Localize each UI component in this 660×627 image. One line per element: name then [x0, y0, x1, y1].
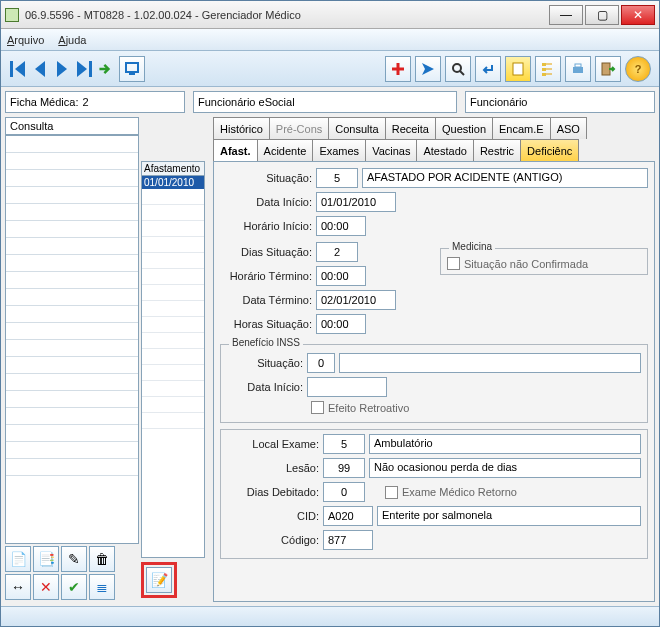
tree-button[interactable] — [535, 56, 561, 82]
local-text: Ambulatório — [369, 434, 641, 454]
svg-marker-3 — [57, 61, 67, 77]
note-button[interactable] — [505, 56, 531, 82]
confirm-button[interactable]: ✔ — [61, 574, 87, 600]
dias-deb-field[interactable] — [323, 482, 365, 502]
codigo-label: Código: — [227, 534, 323, 546]
nav-first-button[interactable] — [7, 55, 29, 83]
edit-button[interactable]: ✎ — [61, 546, 87, 572]
data-inicio-field[interactable] — [316, 192, 396, 212]
hora-term-label: Horário Término: — [220, 270, 316, 282]
consulta-grid[interactable] — [5, 135, 139, 544]
window-title: 06.9.5596 - MT0828 - 1.02.00.024 - Geren… — [25, 9, 549, 21]
highlight-box: 📝 — [141, 562, 177, 598]
exame-ret-check[interactable]: Exame Médico Retorno — [385, 486, 641, 499]
svg-marker-4 — [77, 61, 87, 77]
tab-atestado[interactable]: Atestado — [416, 139, 473, 161]
svg-rect-6 — [126, 63, 138, 72]
list-button[interactable]: ≣ — [89, 574, 115, 600]
search-button[interactable] — [445, 56, 471, 82]
tab-vacinas[interactable]: Vacinas — [365, 139, 417, 161]
situacao-text: AFASTADO POR ACIDENTE (ANTIGO) — [362, 168, 648, 188]
return-button[interactable] — [475, 56, 501, 82]
cid-code[interactable] — [323, 506, 373, 526]
app-icon — [5, 8, 19, 22]
medicina-legend: Medicina — [449, 241, 495, 252]
help-button[interactable]: ? — [625, 56, 651, 82]
tab-question[interactable]: Question — [435, 117, 493, 139]
medicina-check[interactable]: Situação não Confirmada — [447, 257, 641, 270]
nav-prev-button[interactable] — [29, 55, 51, 83]
tab-consulta[interactable]: Consulta — [328, 117, 385, 139]
tab-receita[interactable]: Receita — [385, 117, 436, 139]
hora-inicio-field[interactable] — [316, 216, 366, 236]
inss-data-field[interactable] — [307, 377, 387, 397]
svg-point-9 — [453, 64, 461, 72]
inss-legend: Benefício INSS — [229, 337, 303, 348]
svg-line-10 — [460, 71, 464, 75]
cancel-button[interactable]: ✕ — [33, 574, 59, 600]
afast-col-header: Afastamento — [142, 162, 204, 176]
svg-rect-14 — [542, 73, 546, 76]
tab-afast[interactable]: Afast. — [213, 139, 258, 161]
link-button[interactable]: ↔ — [5, 574, 31, 600]
new-doc-button[interactable]: 📄 — [5, 546, 31, 572]
situacao-label: Situação: — [220, 172, 316, 184]
efeito-check[interactable]: Efeito Retroativo — [311, 401, 409, 414]
codigo-field[interactable] — [323, 530, 373, 550]
delete-button[interactable]: 🗑 — [89, 546, 115, 572]
nav-go-button[interactable] — [95, 55, 117, 83]
lesao-code[interactable] — [323, 458, 365, 478]
hora-inicio-label: Horário Início: — [220, 220, 316, 232]
tab-aso[interactable]: ASO — [550, 117, 587, 139]
data-term-label: Data Término: — [220, 294, 316, 306]
tab-precons[interactable]: Pré-Cons — [269, 117, 329, 139]
afastamento-grid[interactable]: Afastamento 01/01/2010 — [141, 161, 205, 558]
send-button[interactable] — [415, 56, 441, 82]
svg-rect-12 — [542, 63, 546, 66]
copy-button[interactable]: 📑 — [33, 546, 59, 572]
tab-exames[interactable]: Exames — [312, 139, 366, 161]
tab-acidente[interactable]: Acidente — [257, 139, 314, 161]
nav-last-button[interactable] — [73, 55, 95, 83]
maximize-button[interactable]: ▢ — [585, 5, 619, 25]
svg-rect-11 — [513, 63, 523, 75]
screen-button[interactable] — [119, 56, 145, 82]
dias-sit-field[interactable] — [316, 242, 358, 262]
ficha-value: 2 — [82, 96, 88, 108]
inss-sit-text — [339, 353, 641, 373]
nav-next-button[interactable] — [51, 55, 73, 83]
data-term-field[interactable] — [316, 290, 396, 310]
lesao-text: Não ocasionou perda de dias — [369, 458, 641, 478]
local-code[interactable] — [323, 434, 365, 454]
minimize-button[interactable]: — — [549, 5, 583, 25]
data-inicio-label: Data Início: — [220, 196, 316, 208]
tab-encam[interactable]: Encam.E — [492, 117, 551, 139]
horas-sit-label: Horas Situação: — [220, 318, 316, 330]
close-button[interactable]: ✕ — [621, 5, 655, 25]
func: Funcionário — [470, 96, 527, 108]
afast-row-selected[interactable]: 01/01/2010 — [142, 176, 204, 189]
svg-rect-13 — [542, 68, 546, 71]
hora-term-field[interactable] — [316, 266, 366, 286]
exit-button[interactable] — [595, 56, 621, 82]
tabs: Histórico Pré-Cons Consulta Receita Ques… — [213, 117, 655, 161]
tab-restric[interactable]: Restric — [473, 139, 521, 161]
toolbar: ? — [1, 51, 659, 87]
tab-deficiencia[interactable]: Deficiênc — [520, 139, 579, 161]
horas-sit-field[interactable] — [316, 314, 366, 334]
svg-rect-15 — [573, 67, 583, 73]
print-button[interactable] — [565, 56, 591, 82]
situacao-code[interactable] — [316, 168, 358, 188]
menu-arquivo[interactable]: Arquivo — [7, 34, 44, 46]
menu-ajuda[interactable]: Ajuda — [58, 34, 86, 46]
svg-rect-5 — [89, 61, 92, 77]
func-esocial: Funcionário eSocial — [198, 96, 295, 108]
ficha-label: Ficha Médica: — [10, 96, 78, 108]
add-button[interactable] — [385, 56, 411, 82]
inss-sit-field[interactable] — [307, 353, 335, 373]
note-page-button[interactable]: 📝 — [146, 567, 172, 593]
ficha-row: Ficha Médica: 2 Funcionário eSocial Func… — [5, 91, 655, 113]
tab-historico[interactable]: Histórico — [213, 117, 270, 139]
svg-rect-17 — [602, 63, 610, 75]
app-window: 06.9.5596 - MT0828 - 1.02.00.024 - Geren… — [0, 0, 660, 627]
